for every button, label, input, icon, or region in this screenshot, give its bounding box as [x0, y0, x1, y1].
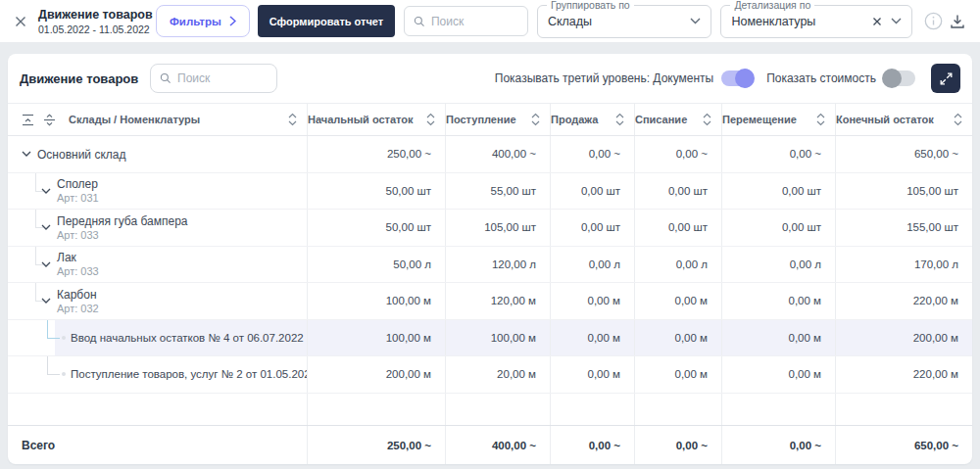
toggle-knob	[882, 69, 902, 88]
detail-by-label: Детализация по	[730, 0, 814, 11]
collapse-all-icon	[22, 114, 34, 126]
date-range: 01.05.2022 - 11.05.2022	[38, 23, 142, 35]
row-value: 0,00 шт	[634, 210, 721, 246]
row-value: 0,00 м	[634, 283, 721, 319]
row-value: 220,00 м	[835, 356, 972, 393]
sort-icon[interactable]	[615, 113, 624, 126]
column-header-1[interactable]: Начальный остаток	[307, 104, 445, 135]
table-row-6[interactable]: Поступление товаров, услуг № 2 от 01.05.…	[8, 356, 972, 394]
row-value: 0,00 м	[721, 283, 835, 319]
row-value: 220,00 м	[835, 283, 972, 319]
chevron-down-icon[interactable]	[41, 188, 51, 194]
item-name: Сполер	[57, 177, 99, 191]
table-row-1[interactable]: СполерАрт: 03150,00 шт55,00 шт0,00 шт0,0…	[8, 173, 972, 211]
filters-button[interactable]: Фильтры	[156, 5, 250, 37]
filler-cell	[550, 394, 634, 426]
footer-total-value: 0,00 ~	[634, 426, 721, 464]
third-level-toggle-label: Показывать третий уровень: Документы	[495, 71, 713, 85]
row-value: 200,00 м	[835, 320, 972, 356]
topbar-search-input[interactable]	[431, 15, 518, 28]
detail-by-select[interactable]: Детализация по Номенклатуры	[720, 5, 911, 38]
row-value: 100,00 м	[307, 320, 445, 356]
row-name-cell: Передняя губа бампераАрт: 033	[8, 210, 307, 246]
group-by-value: Склады	[548, 15, 691, 28]
table-header: Склады / НоменклатурыНачальный остатокПо…	[8, 103, 972, 136]
clear-x-icon[interactable]	[872, 17, 882, 26]
column-header-2[interactable]: Поступление	[445, 104, 550, 135]
column-header-tree[interactable]: Склады / Номенклатуры	[8, 104, 307, 135]
column-header-4[interactable]: Списание	[634, 104, 721, 135]
card-toolbar: Движение товаров Показывать третий урове…	[8, 54, 972, 103]
row-value: 155,00 шт	[835, 210, 972, 246]
item-name: Карбон	[57, 288, 99, 302]
column-header-3[interactable]: Продажа	[550, 104, 634, 135]
search-icon	[160, 71, 172, 85]
row-value: 20,00 м	[445, 356, 550, 393]
report-title-block[interactable]: Движение товаров 01.05.2022 - 11.05.2022	[38, 8, 142, 35]
row-value: 0,00 л	[550, 247, 634, 283]
row-value: 105,00 шт	[445, 210, 550, 246]
table-row-3[interactable]: ЛакАрт: 03350,00 л120,00 л0,00 л0,00 л0,…	[8, 247, 972, 284]
row-value: 0,00 м	[550, 320, 634, 356]
expand-all-button[interactable]	[43, 114, 56, 126]
info-button[interactable]	[924, 11, 944, 32]
row-name-cell: Поступление товаров, услуг № 2 от 01.05.…	[8, 356, 307, 393]
row-value: 55,00 шт	[445, 173, 550, 210]
table-footer: Всего250,00 ~400,00 ~0,00 ~0,00 ~0,00 ~6…	[8, 425, 972, 464]
column-header-6[interactable]: Конечный остаток	[835, 104, 972, 135]
chevron-down-icon[interactable]	[22, 151, 31, 157]
download-button[interactable]	[948, 11, 967, 32]
item-sku: Арт: 032	[57, 303, 99, 314]
toggle-knob	[735, 69, 755, 88]
row-value: 0,00 ~	[634, 136, 721, 172]
tree-connector	[47, 320, 60, 339]
cost-toggle[interactable]	[884, 70, 915, 86]
table-row-2[interactable]: Передняя губа бампераАрт: 03350,00 шт105…	[8, 210, 972, 247]
warehouse-name: Основний склад	[37, 148, 125, 162]
group-by-label: Группировать по	[547, 0, 634, 11]
sort-icon[interactable]	[816, 113, 825, 126]
table-row-0[interactable]: Основний склад250,00 ~400,00 ~0,00 ~0,00…	[8, 136, 972, 173]
group-by-select[interactable]: Группировать по Склады	[537, 5, 712, 38]
footer-total-label: Всего	[8, 426, 307, 464]
close-button[interactable]	[13, 13, 28, 30]
collapse-all-button[interactable]	[22, 114, 34, 126]
table-filler	[8, 394, 972, 426]
sort-icon[interactable]	[954, 113, 962, 126]
footer-total-value: 0,00 ~	[550, 426, 634, 464]
row-value: 200,00 м	[307, 356, 445, 393]
sort-icon[interactable]	[426, 113, 435, 126]
column-header-label: Начальный остаток	[308, 114, 414, 125]
row-value: 100,00 м	[445, 320, 550, 356]
chevron-down-icon[interactable]	[41, 261, 51, 267]
fullscreen-button[interactable]	[931, 64, 960, 93]
item-sku: Арт: 033	[57, 229, 188, 241]
card-title: Движение товаров	[20, 71, 138, 86]
chevron-down-icon[interactable]	[41, 224, 51, 230]
footer-total-value: 400,00 ~	[445, 426, 550, 464]
row-value: 0,00 м	[721, 320, 835, 356]
filters-button-label: Фильтры	[170, 16, 221, 27]
sort-icon[interactable]	[703, 113, 711, 126]
filler-cell	[307, 394, 445, 426]
row-value: 0,00 шт	[550, 173, 634, 210]
row-value: 0,00 шт	[721, 173, 835, 210]
report-title: Движение товаров	[38, 8, 153, 22]
table-row-4[interactable]: КарбонАрт: 032100,00 м120,00 м0,00 м0,00…	[8, 283, 972, 320]
table-row-5[interactable]: Ввод начальных остатков № 4 от 06.07.202…	[8, 320, 972, 357]
download-icon	[950, 14, 965, 29]
sort-icon[interactable]	[531, 113, 540, 126]
chevron-right-icon	[229, 16, 236, 26]
table-search-input[interactable]	[177, 71, 268, 85]
row-value: 0,00 м	[634, 320, 721, 356]
footer-total-value: 250,00 ~	[307, 426, 445, 464]
generate-report-button[interactable]: Сформировать отчет	[258, 5, 395, 37]
sort-icon[interactable]	[288, 113, 297, 126]
chevron-down-icon[interactable]	[41, 298, 51, 304]
column-header-5[interactable]: Перемещение	[721, 104, 835, 135]
row-value: 120,00 л	[445, 247, 550, 283]
filler-cell	[445, 394, 550, 426]
third-level-toggle[interactable]	[721, 70, 753, 86]
row-value: 170,00 л	[835, 247, 972, 283]
column-header-label: Перемещение	[722, 114, 797, 125]
